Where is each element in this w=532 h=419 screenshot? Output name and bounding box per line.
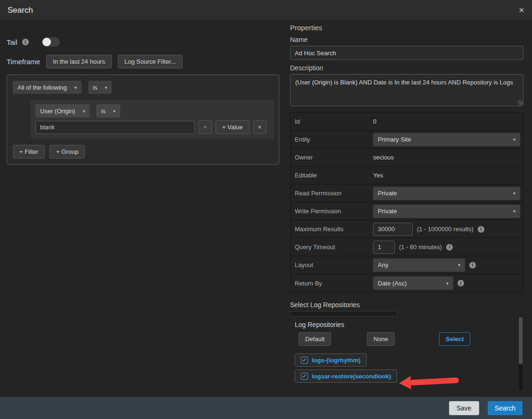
read-permission-value: Private: [378, 190, 397, 197]
field-condition-select[interactable]: is ▾: [96, 104, 120, 117]
log-repositories-heading: Log Repositories: [295, 321, 344, 328]
prop-label: Write Permission: [291, 208, 373, 215]
maximum-results-hint: (1 - 1000000 results): [417, 226, 474, 233]
none-button[interactable]: None: [367, 332, 395, 346]
repo-item-logsar-restore-secondlook[interactable]: ✓ logsar-restore(secondlook): [295, 369, 397, 383]
filter-condition-group: User (Origin) ▾ is ▾ × + Value ×: [31, 100, 274, 139]
prop-label: Id: [291, 118, 373, 125]
chevron-down-icon: ▾: [513, 191, 515, 196]
chevron-down-icon: ▾: [83, 109, 85, 114]
search-criteria-panel: Tail i Timeframe In the last 24 hours Lo…: [7, 21, 279, 165]
prop-row-return-by: Return By Date (Asc) ▾ i: [291, 274, 523, 292]
group-operator-value: All of the following: [17, 84, 67, 91]
timeframe-range-button[interactable]: In the last 24 hours: [46, 55, 112, 68]
group-operator-select[interactable]: All of the following ▾: [13, 81, 82, 94]
timeframe-row: Timeframe In the last 24 hours Log Sourc…: [7, 55, 279, 68]
add-filter-button[interactable]: + Filter: [13, 145, 45, 159]
prop-label: Query Timeout: [291, 243, 373, 251]
name-label: Name: [290, 36, 524, 43]
entity-value: Primary Site: [378, 136, 411, 143]
group-condition-value: is: [93, 84, 97, 91]
filter-group-row: All of the following ▾ is ▾: [13, 81, 273, 94]
remove-value-button[interactable]: ×: [199, 120, 212, 134]
description-wrap: (User (Origin) is Blank) AND Date is In …: [290, 74, 524, 106]
log-source-filter-button[interactable]: Log Source Filter...: [118, 55, 183, 68]
prop-row-entity: Entity Primary Site ▾: [291, 131, 523, 149]
filter-field-row: User (Origin) ▾ is ▾: [35, 104, 269, 117]
group-condition-select[interactable]: is ▾: [88, 81, 112, 94]
properties-grid: Id 0 Entity Primary Site ▾ Owner secious…: [290, 112, 524, 293]
chevron-down-icon: ▾: [513, 209, 515, 214]
prop-row-write-permission: Write Permission Private ▾: [291, 202, 523, 220]
layout-value: Any: [378, 261, 388, 268]
info-icon[interactable]: i: [22, 39, 29, 45]
prop-row-query-timeout: Query Timeout (1 - 60 minutes) i: [291, 238, 523, 256]
checkbox-checked-icon[interactable]: ✓: [301, 357, 308, 364]
prop-label: Read Permission: [291, 190, 373, 197]
clipped-control[interactable]: [290, 311, 398, 317]
prop-label: Owner: [291, 154, 373, 161]
description-textarea[interactable]: (User (Origin) is Blank) AND Date is In …: [290, 74, 524, 106]
info-icon[interactable]: i: [446, 244, 453, 251]
filter-value-input[interactable]: [35, 121, 195, 134]
tail-toggle[interactable]: [42, 37, 60, 47]
filter-actions-row: + Filter + Group: [13, 145, 273, 159]
owner-value: secious: [373, 154, 394, 161]
toggle-knob: [42, 38, 51, 46]
prop-label: Entity: [291, 136, 373, 143]
close-icon[interactable]: ✕: [518, 6, 524, 15]
dialog-footer: Save Search: [0, 396, 532, 419]
dialog-titlebar: Search ✕: [0, 0, 532, 21]
prop-row-maximum-results: Maximum Results (1 - 1000000 results) i: [291, 220, 523, 238]
chevron-down-icon: ▾: [458, 262, 460, 268]
field-value: User (Origin): [40, 108, 75, 115]
return-by-select[interactable]: Date (Asc) ▾: [373, 277, 453, 290]
read-permission-select[interactable]: Private ▾: [373, 187, 520, 200]
layout-select[interactable]: Any ▾: [373, 259, 465, 272]
resize-grip-icon[interactable]: [518, 100, 523, 105]
add-group-button[interactable]: + Group: [50, 145, 85, 159]
prop-label: Layout: [291, 261, 373, 268]
write-permission-select[interactable]: Private ▾: [373, 205, 520, 218]
search-button[interactable]: Search: [488, 401, 523, 415]
tail-row: Tail i: [7, 37, 279, 47]
properties-panel: Properties Name Description (User (Origi…: [290, 21, 524, 390]
tail-label: Tail: [7, 38, 17, 46]
info-icon[interactable]: i: [469, 262, 476, 268]
write-permission-value: Private: [378, 208, 397, 215]
dialog-title: Search: [8, 6, 33, 15]
repo-item-logs-logrhythm[interactable]: ✓ logs-(logrhythm): [295, 353, 366, 367]
scrollbar-thumb[interactable]: [519, 317, 523, 364]
query-timeout-input[interactable]: [373, 241, 395, 254]
select-log-repositories-label: Select Log Repositories: [290, 301, 524, 309]
repo-item-label: logs-(logrhythm): [312, 357, 360, 364]
select-button[interactable]: Select: [439, 332, 470, 346]
save-button[interactable]: Save: [449, 401, 479, 415]
checkbox-checked-icon[interactable]: ✓: [301, 373, 308, 380]
properties-heading: Properties: [290, 24, 524, 32]
entity-select[interactable]: Primary Site ▾: [373, 133, 520, 146]
repositories-scrollbar[interactable]: [519, 317, 523, 390]
editable-value: Yes: [373, 172, 383, 179]
chevron-down-icon: ▾: [513, 137, 515, 142]
name-input[interactable]: [290, 46, 524, 60]
default-button[interactable]: Default: [299, 332, 331, 346]
field-select[interactable]: User (Origin) ▾: [35, 104, 90, 117]
prop-row-layout: Layout Any ▾ i: [291, 256, 523, 274]
add-value-button[interactable]: + Value: [216, 120, 249, 134]
prop-row-editable: Editable Yes: [291, 167, 523, 184]
chevron-down-icon: ▾: [446, 281, 449, 286]
prop-row-owner: Owner secious: [291, 149, 523, 167]
id-value: 0: [373, 118, 376, 125]
prop-label: Maximum Results: [291, 226, 373, 233]
chevron-down-icon: ▾: [105, 85, 107, 90]
maximum-results-input[interactable]: [373, 223, 413, 236]
remove-filter-button[interactable]: ×: [253, 120, 266, 134]
info-icon[interactable]: i: [478, 226, 484, 233]
arrow-head-icon: [399, 376, 411, 390]
description-label: Description: [290, 64, 524, 72]
info-icon[interactable]: i: [457, 280, 464, 286]
prop-label: Editable: [291, 172, 373, 179]
prop-row-id: Id 0: [291, 113, 523, 131]
query-timeout-hint: (1 - 60 minutes): [399, 243, 442, 251]
